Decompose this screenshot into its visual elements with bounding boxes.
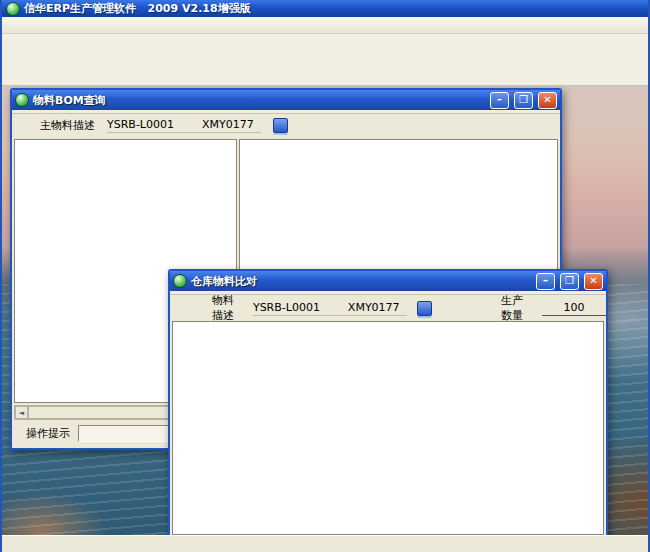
cmp-window-icon	[173, 274, 187, 288]
material-browse-button[interactable]	[273, 118, 288, 133]
production-qty-input[interactable]: 100	[542, 301, 606, 316]
bom-field-row: 主物料描述 YSRB-L0001 XMY0177	[12, 114, 560, 137]
main-toolbar	[2, 34, 648, 86]
main-material-value[interactable]: YSRB-L0001 XMY0177	[107, 118, 261, 133]
main-material-label: 主物料描述	[40, 118, 95, 133]
hint-label: 操作提示	[26, 426, 70, 441]
main-titlebar: 信华ERP生产管理软件 2009 V2.18增强版	[2, 0, 648, 17]
maximize-button[interactable]: ❐	[560, 273, 579, 290]
minimize-button[interactable]: –	[490, 92, 509, 109]
close-button[interactable]: ✕	[538, 92, 557, 109]
compare-table	[172, 321, 604, 535]
bom-window-titlebar[interactable]: 物料BOM查询 – ❐ ✕	[12, 90, 560, 110]
cmp-window-title: 仓库物料比对	[191, 274, 531, 289]
erp-main-window: 信华ERP生产管理软件 2009 V2.18增强版 物料BOM查询 – ❐ ✕ …	[0, 0, 650, 552]
close-button[interactable]: ✕	[584, 273, 603, 290]
mdi-desktop-background: 物料BOM查询 – ❐ ✕ 主物料描述 YSRB-L0001 XMY0177 ◄…	[2, 86, 648, 535]
production-qty-label: 生产数量	[501, 293, 532, 323]
material-desc-label: 物料描述	[212, 293, 243, 323]
cmp-field-row: 物料描述 YSRB-L0001 XMY0177 生产数量 100	[170, 295, 606, 321]
warehouse-compare-window: 仓库物料比对 – ❐ ✕ 物料描述 YSRB-L0001 XMY0177 生产数…	[168, 269, 608, 535]
menu-bar	[2, 17, 648, 34]
maximize-button[interactable]: ❐	[514, 92, 533, 109]
cmp-window-titlebar[interactable]: 仓库物料比对 – ❐ ✕	[170, 271, 606, 291]
app-icon	[6, 2, 20, 16]
material-browse-button[interactable]	[417, 301, 432, 316]
window-title: 信华ERP生产管理软件 2009 V2.18增强版	[24, 1, 251, 16]
scroll-left-button[interactable]: ◄	[15, 406, 28, 419]
minimize-button[interactable]: –	[536, 273, 555, 290]
status-bar	[2, 535, 648, 552]
bom-window-icon	[15, 93, 29, 107]
material-desc-value[interactable]: YSRB-L0001 XMY0177	[253, 301, 407, 316]
bom-window-title: 物料BOM查询	[33, 93, 485, 108]
